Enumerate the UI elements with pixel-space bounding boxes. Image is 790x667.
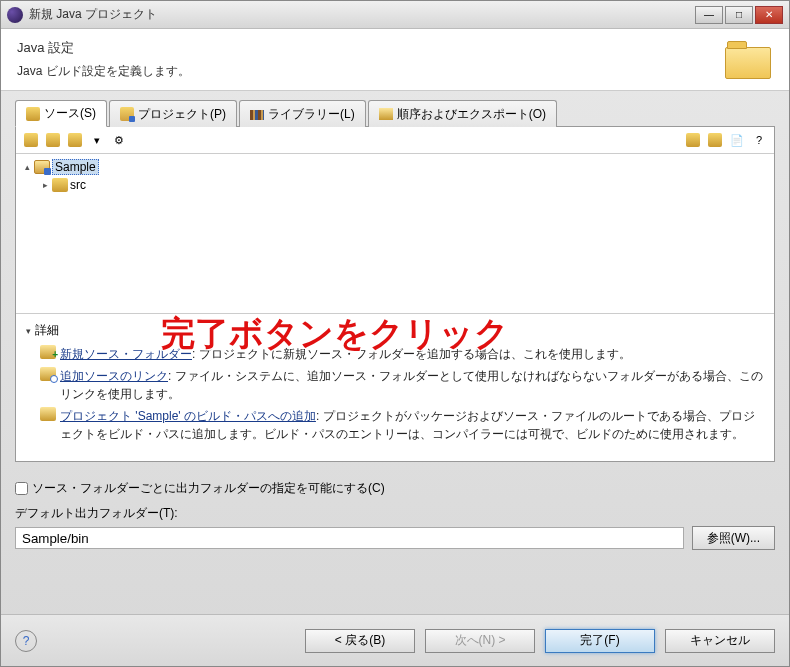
order-icon: [379, 108, 393, 120]
help-button[interactable]: ?: [750, 131, 768, 149]
collapse-icon: [708, 133, 722, 147]
tab-label: ライブラリー(L): [268, 106, 355, 123]
project-icon: [34, 160, 50, 174]
expand-icon[interactable]: ▸: [40, 180, 50, 190]
new-source-icon: [40, 345, 56, 359]
page-title: Java 設定: [17, 39, 725, 57]
link-folder-icon: [46, 133, 60, 147]
projects-icon: [120, 107, 134, 121]
wizard-footer: ? < 戻る(B) 次へ(N) > 完了(F) キャンセル: [1, 614, 789, 666]
filter-button[interactable]: ▾: [88, 131, 106, 149]
window-buttons: — □ ✕: [695, 6, 783, 24]
link-folder-button[interactable]: [44, 131, 62, 149]
src-folder-icon: [52, 178, 68, 192]
source-icon: [26, 107, 40, 121]
tab-source[interactable]: ソース(S): [15, 100, 107, 127]
collapse-button[interactable]: [706, 131, 724, 149]
wizard-body: ソース(S) プロジェクト(P) ライブラリー(L) 順序およびエクスポート(O…: [1, 91, 789, 470]
help-icon[interactable]: ?: [15, 630, 37, 652]
tree-src[interactable]: ▸ src: [40, 176, 768, 194]
window-title: 新規 Java プロジェクト: [29, 6, 695, 23]
folder-icon: [24, 133, 38, 147]
link-source-icon: [40, 367, 56, 381]
edit-icon: [68, 133, 82, 147]
link-add-to-buildpath[interactable]: プロジェクト 'Sample' のビルド・パスへの追加: [60, 409, 316, 423]
src-label: src: [70, 178, 86, 192]
wizard-header: Java 設定 Java ビルド設定を定義します。: [1, 29, 789, 91]
per-source-output-label: ソース・フォルダーごとに出力フォルダーの指定を可能にする(C): [32, 480, 385, 497]
show-button[interactable]: 📄: [728, 131, 746, 149]
link-new-source-folder[interactable]: 新規ソース・フォルダー: [60, 347, 192, 361]
tab-label: ソース(S): [44, 105, 96, 122]
tabs: ソース(S) プロジェクト(P) ライブラリー(L) 順序およびエクスポート(O…: [15, 99, 775, 127]
tab-panel: ▾ ⚙ 📄 ? ▴ Sample ▸ src: [15, 127, 775, 462]
new-folder-button[interactable]: [22, 131, 40, 149]
tab-order[interactable]: 順序およびエクスポート(O): [368, 100, 557, 127]
titlebar: 新規 Java プロジェクト — □ ✕: [1, 1, 789, 29]
expand-button[interactable]: [684, 131, 702, 149]
per-source-output-checkbox[interactable]: [15, 482, 28, 495]
tab-projects[interactable]: プロジェクト(P): [109, 100, 237, 127]
source-tree[interactable]: ▴ Sample ▸ src: [16, 153, 774, 313]
collapse-icon: ▾: [26, 326, 31, 336]
edit-button[interactable]: [66, 131, 84, 149]
finish-button[interactable]: 完了(F): [545, 629, 655, 653]
tab-libraries[interactable]: ライブラリー(L): [239, 100, 366, 127]
minimize-button[interactable]: —: [695, 6, 723, 24]
browse-button[interactable]: 参照(W)...: [692, 526, 775, 550]
detail-link-new-source: 新規ソース・フォルダー: プロジェクトに新規ソース・フォルダーを追加する場合は、…: [40, 345, 764, 363]
default-output-label: デフォルト出力フォルダー(T):: [15, 505, 775, 522]
dialog-window: 新規 Java プロジェクト — □ ✕ Java 設定 Java ビルド設定を…: [0, 0, 790, 667]
expand-icon: [686, 133, 700, 147]
lower-section: ソース・フォルダーごとに出力フォルダーの指定を可能にする(C) デフォルト出力フ…: [1, 470, 789, 560]
collapse-icon[interactable]: ▴: [22, 162, 32, 172]
eclipse-icon: [7, 7, 23, 23]
output-button[interactable]: ⚙: [110, 131, 128, 149]
default-output-row: 参照(W)...: [15, 526, 775, 550]
back-button[interactable]: < 戻る(B): [305, 629, 415, 653]
cancel-button[interactable]: キャンセル: [665, 629, 775, 653]
per-source-output-row: ソース・フォルダーごとに出力フォルダーの指定を可能にする(C): [15, 480, 775, 497]
toolbar: ▾ ⚙ 📄 ?: [16, 127, 774, 153]
tree-project[interactable]: ▴ Sample: [22, 158, 768, 176]
detail-link-add-source: 追加ソースのリンク: ファイル・システムに、追加ソース・フォルダーとして使用しな…: [40, 367, 764, 403]
maximize-button[interactable]: □: [725, 6, 753, 24]
buildpath-icon: [40, 407, 56, 421]
link-add-source-link[interactable]: 追加ソースのリンク: [60, 369, 168, 383]
next-button[interactable]: 次へ(N) >: [425, 629, 535, 653]
details-title: 詳細: [35, 322, 59, 339]
details-header[interactable]: ▾ 詳細: [26, 322, 764, 339]
folder-icon: [725, 39, 773, 79]
detail-link-add-buildpath: プロジェクト 'Sample' のビルド・パスへの追加: プロジェクトがパッケー…: [40, 407, 764, 443]
default-output-field[interactable]: [15, 527, 684, 549]
tab-label: 順序およびエクスポート(O): [397, 106, 546, 123]
project-label: Sample: [52, 159, 99, 175]
libraries-icon: [250, 110, 264, 120]
details-section: ▾ 詳細 新規ソース・フォルダー: プロジェクトに新規ソース・フォルダーを追加す…: [16, 313, 774, 461]
page-desc: Java ビルド設定を定義します。: [17, 63, 725, 80]
close-button[interactable]: ✕: [755, 6, 783, 24]
tab-label: プロジェクト(P): [138, 106, 226, 123]
